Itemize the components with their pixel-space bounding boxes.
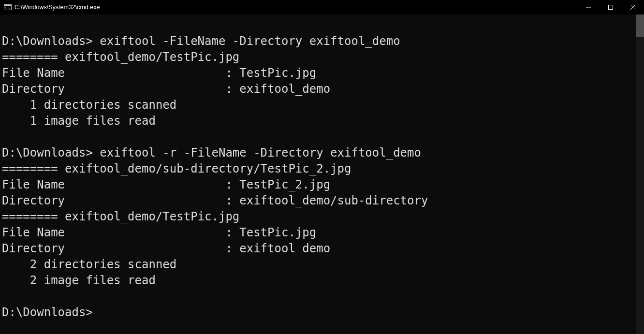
cmd-icon: C:\: [4, 3, 12, 11]
terminal-line: ======== exiftool_demo/TestPic.jpg: [2, 49, 634, 65]
terminal-output[interactable]: D:\Downloads> exiftool -FileName -Direct…: [0, 15, 636, 334]
close-button[interactable]: [622, 0, 644, 15]
svg-text:C:\: C:\: [5, 6, 10, 10]
terminal-area: D:\Downloads> exiftool -FileName -Direct…: [0, 15, 644, 334]
window-title: C:\Windows\System32\cmd.exe: [15, 4, 100, 11]
terminal-line: Directory : exiftool_demo: [2, 81, 634, 97]
terminal-line: [2, 17, 634, 33]
minimize-button[interactable]: [577, 0, 600, 15]
terminal-line: [2, 129, 634, 145]
terminal-line: ======== exiftool_demo/TestPic.jpg: [2, 209, 634, 225]
svg-rect-4: [609, 5, 613, 10]
terminal-line: File Name : TestPic.jpg: [2, 225, 634, 241]
cmd-window: C:\ C:\Windows\System32\cmd.exe D:\Downl…: [0, 0, 644, 334]
terminal-line: D:\Downloads>: [2, 305, 634, 320]
terminal-line: 2 image files read: [2, 273, 634, 289]
terminal-line: [2, 289, 634, 305]
terminal-line: File Name : TestPic_2.jpg: [2, 177, 634, 193]
terminal-line: File Name : TestPic.jpg: [2, 65, 634, 81]
terminal-line: 1 image files read: [2, 113, 634, 129]
terminal-line: Directory : exiftool_demo/sub-directory: [2, 193, 634, 209]
terminal-line: Directory : exiftool_demo: [2, 241, 634, 257]
terminal-line: D:\Downloads> exiftool -r -FileName -Dir…: [2, 145, 634, 161]
maximize-button[interactable]: [600, 0, 622, 15]
scrollbar-thumb[interactable]: [636, 15, 644, 37]
terminal-line: D:\Downloads> exiftool -FileName -Direct…: [2, 33, 634, 49]
terminal-line: 2 directories scanned: [2, 257, 634, 273]
terminal-line: 1 directories scanned: [2, 97, 634, 113]
terminal-line: ======== exiftool_demo/sub-directory/Tes…: [2, 161, 634, 177]
vertical-scrollbar[interactable]: [636, 15, 644, 334]
titlebar[interactable]: C:\ C:\Windows\System32\cmd.exe: [0, 0, 644, 15]
window-controls: [577, 0, 644, 15]
